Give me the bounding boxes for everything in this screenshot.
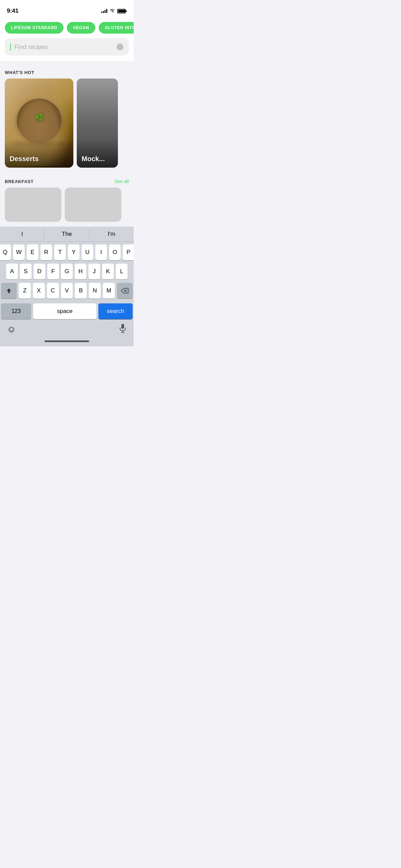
card-label-mock: Mock... [82, 155, 105, 163]
key-p[interactable]: P [123, 244, 134, 260]
whats-hot-header: WHAT'S HOT [0, 64, 134, 79]
whats-hot-section: WHAT'S HOT 🌿 Desserts Mock... [0, 64, 134, 172]
whats-hot-title: WHAT'S HOT [5, 70, 34, 75]
autocomplete-im[interactable]: I'm [89, 227, 134, 241]
keys-area: Q W E R T Y U I O P A S D F G H J K L [0, 242, 134, 303]
key-row-2: A S D F G H J K L [1, 264, 133, 279]
key-e[interactable]: E [27, 244, 38, 260]
pill-gluten[interactable]: GLUTEN INTO... [99, 22, 134, 34]
wifi-icon [109, 8, 115, 14]
key-m[interactable]: M [103, 283, 115, 299]
search-cursor [10, 43, 11, 51]
home-indicator [0, 338, 134, 346]
key-z[interactable]: Z [19, 283, 31, 299]
key-g[interactable]: G [61, 264, 73, 279]
key-r[interactable]: R [40, 244, 52, 260]
status-icons [101, 8, 127, 14]
key-j[interactable]: J [88, 264, 100, 279]
pill-vegan[interactable]: VEGAN [67, 22, 95, 34]
status-bar: 9:41 [0, 0, 134, 17]
see-all-breakfast[interactable]: See all [114, 179, 129, 184]
extra-bottom-bar: ☺ [0, 321, 134, 338]
key-s[interactable]: S [20, 264, 32, 279]
numeric-key[interactable]: 123 [1, 303, 31, 319]
key-w[interactable]: W [13, 244, 25, 260]
key-q[interactable]: Q [0, 244, 11, 260]
emoji-icon[interactable]: ☺ [7, 324, 16, 335]
key-k[interactable]: K [102, 264, 114, 279]
hot-card-desserts[interactable]: 🌿 Desserts [5, 79, 73, 168]
breakfast-card-2[interactable] [65, 188, 121, 222]
key-d[interactable]: D [34, 264, 45, 279]
card-label-desserts: Desserts [10, 155, 39, 163]
key-t[interactable]: T [54, 244, 66, 260]
key-c[interactable]: C [47, 283, 59, 299]
key-v[interactable]: V [61, 283, 73, 299]
key-l[interactable]: L [116, 264, 127, 279]
breakfast-title: BREAKFAST [5, 179, 34, 184]
mic-icon[interactable] [119, 323, 127, 335]
key-y[interactable]: Y [68, 244, 80, 260]
key-row-3: Z X C V B N M [1, 283, 133, 299]
key-a[interactable]: A [6, 264, 18, 279]
pill-lifesum-standard[interactable]: LIFESUM STANDARD [5, 22, 63, 34]
bottom-row: 123 space search [0, 303, 134, 321]
delete-key[interactable] [117, 283, 133, 299]
filter-pills: LIFESUM STANDARD VEGAN GLUTEN INTO... [0, 17, 134, 38]
sections-area: WHAT'S HOT 🌿 Desserts Mock... [0, 61, 134, 227]
shift-key[interactable] [1, 283, 17, 299]
autocomplete-the[interactable]: The [45, 227, 89, 241]
holly-decoration: 🌿 [35, 113, 44, 122]
search-placeholder: Find recipes [14, 44, 113, 51]
autocomplete-i[interactable]: I [0, 227, 44, 241]
battery-icon [117, 9, 127, 13]
breakfast-section: BREAKFAST See all [0, 172, 134, 227]
app-content: LIFESUM STANDARD VEGAN GLUTEN INTO... Fi… [0, 17, 134, 61]
status-time: 9:41 [7, 8, 19, 14]
keyboard: I The I'm Q W E R T Y U I O P A S D F G … [0, 227, 134, 346]
key-o[interactable]: O [109, 244, 121, 260]
key-u[interactable]: U [82, 244, 93, 260]
key-x[interactable]: X [33, 283, 45, 299]
signal-icon [101, 9, 107, 13]
breakfast-header: BREAKFAST See all [0, 172, 134, 188]
search-container: Find recipes [0, 38, 134, 61]
svg-rect-0 [121, 324, 124, 329]
search-key[interactable]: search [98, 303, 133, 319]
key-row-1: Q W E R T Y U I O P [1, 244, 133, 260]
search-dot [117, 44, 123, 50]
autocomplete-bar: I The I'm [0, 227, 134, 242]
home-bar [45, 340, 89, 342]
space-key[interactable]: space [33, 303, 96, 319]
key-i[interactable]: I [95, 244, 107, 260]
key-f[interactable]: F [47, 264, 59, 279]
hot-card-mock[interactable]: Mock... [77, 79, 118, 168]
key-b[interactable]: B [75, 283, 87, 299]
key-n[interactable]: N [89, 283, 101, 299]
key-h[interactable]: H [75, 264, 86, 279]
breakfast-card-1[interactable] [5, 188, 61, 222]
search-bar[interactable]: Find recipes [5, 38, 129, 56]
breakfast-cards [0, 188, 134, 227]
hot-cards: 🌿 Desserts Mock... [0, 79, 134, 172]
